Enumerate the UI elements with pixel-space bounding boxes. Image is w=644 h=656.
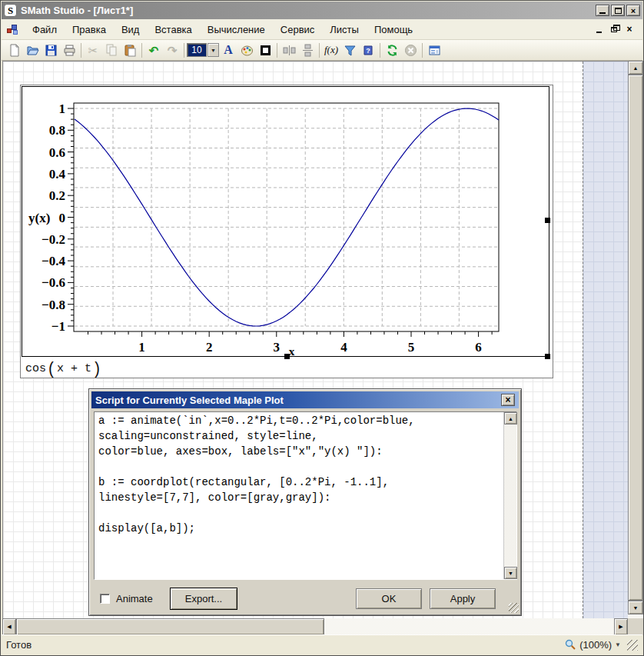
child-restore-icon — [611, 27, 617, 32]
child-minimize-icon — [596, 32, 602, 33]
close-button[interactable]: × — [626, 5, 640, 16]
scroll-up-button[interactable]: ▲ — [504, 412, 517, 425]
child-close-icon: × — [626, 25, 632, 33]
menu-edit[interactable]: Правка — [65, 21, 114, 38]
scroll-right-button[interactable]: ▶ — [614, 618, 628, 635]
menu-tools[interactable]: Сервис — [273, 21, 323, 38]
menu-help[interactable]: Помощь — [367, 21, 420, 38]
palette-icon — [241, 44, 254, 57]
svg-text:x: x — [289, 345, 295, 356]
save-button[interactable] — [41, 42, 60, 59]
app-window: S SMath Studio - [Лист1*] × Файл Правка … — [0, 0, 644, 656]
align-horizontal-button[interactable] — [280, 42, 298, 59]
child-minimize-button[interactable] — [593, 25, 604, 35]
zoom-dropdown-icon[interactable]: ▼ — [615, 641, 621, 648]
script-line — [98, 507, 500, 522]
minimize-button[interactable] — [596, 5, 609, 16]
recalculate-button[interactable] — [383, 42, 401, 59]
redo-arrow-icon: ↷ — [168, 45, 178, 56]
insert-function-button[interactable]: f(x) — [322, 42, 340, 59]
menu-insert[interactable]: Вставка — [147, 21, 199, 38]
arrow-up-icon: ▲ — [508, 416, 513, 421]
apply-button[interactable]: Apply — [430, 588, 496, 609]
undo-button[interactable]: ↶ — [144, 42, 163, 59]
minimize-icon — [599, 12, 606, 14]
redo-button[interactable]: ↷ — [163, 42, 181, 59]
border-button[interactable] — [256, 42, 274, 59]
document-icon — [6, 23, 18, 35]
save-floppy-icon — [45, 44, 58, 57]
horizontal-scrollbar[interactable]: ◀ ▶ — [2, 618, 628, 635]
child-close-button[interactable]: × — [624, 25, 635, 35]
reference-book-button[interactable]: ? — [359, 42, 377, 59]
dialog-close-button[interactable]: × — [501, 394, 515, 406]
new-document-icon — [8, 44, 21, 57]
worksheet-canvas[interactable]: 12345610.80.60.40.20−0.2−0.4−0.6−0.8−1xy… — [2, 61, 628, 618]
vertical-scrollbar[interactable]: ▲ ▼ — [628, 61, 643, 618]
refresh-icon — [386, 44, 399, 57]
filter-funnel-icon — [344, 44, 357, 57]
arrow-right-icon: ▶ — [619, 624, 622, 630]
menu-file[interactable]: Файл — [25, 21, 65, 38]
svg-text:0: 0 — [59, 211, 66, 225]
script-scrollbar[interactable]: ▲ ▼ — [503, 412, 516, 579]
scroll-down-button[interactable]: ▼ — [504, 567, 517, 579]
copy-button[interactable] — [102, 42, 121, 59]
zoom-value: (100%) — [579, 639, 612, 651]
stop-button[interactable] — [401, 42, 420, 59]
color-palette-button[interactable] — [237, 42, 256, 59]
zoom-control[interactable]: (100%) ▼ — [565, 639, 621, 651]
filter-button[interactable] — [340, 42, 359, 59]
apply-button-label: Apply — [450, 593, 476, 604]
horizontal-scroll-thumb[interactable] — [16, 618, 324, 635]
script-line: color=blue, axes=box, labels=["x","y(x) … — [98, 445, 500, 461]
vertical-scroll-thumb[interactable] — [628, 75, 643, 601]
function-fx-icon: f(x) — [324, 44, 338, 56]
menu-calculation[interactable]: Вычисление — [200, 21, 273, 38]
window-resize-grip[interactable] — [627, 640, 638, 651]
align-vertical-button[interactable] — [298, 42, 317, 59]
formula-close-paren: ) — [92, 358, 101, 378]
copy-icon — [105, 44, 118, 57]
font-button[interactable]: A — [219, 42, 237, 59]
toolbar-separator — [277, 43, 277, 58]
close-icon: × — [631, 6, 636, 15]
options-panel-button[interactable] — [425, 42, 443, 59]
toolbar-separator — [184, 43, 184, 58]
menu-sheets[interactable]: Листы — [322, 21, 367, 38]
svg-text:1: 1 — [59, 102, 66, 116]
svg-text:2: 2 — [206, 340, 213, 355]
toolbar-separator — [380, 43, 380, 58]
plot-formula[interactable]: cos ( x + t ) — [21, 358, 553, 378]
child-restore-button[interactable] — [609, 25, 619, 35]
open-folder-icon — [26, 44, 39, 57]
maple-plot-object[interactable]: 12345610.80.60.40.20−0.2−0.4−0.6−0.8−1xy… — [20, 85, 553, 378]
arrow-up-icon: ▲ — [633, 65, 639, 71]
dialog-title-bar[interactable]: Script for Currently Selected Maple Plot… — [91, 391, 519, 408]
svg-text:3: 3 — [274, 340, 281, 355]
font-size-combobox[interactable]: 10 — [187, 43, 207, 57]
svg-text:−0.8: −0.8 — [41, 298, 65, 312]
maximize-button[interactable] — [611, 5, 625, 16]
scroll-down-button[interactable]: ▼ — [628, 601, 643, 614]
new-button[interactable] — [5, 42, 23, 59]
dialog-resize-grip[interactable] — [509, 603, 519, 613]
export-button[interactable]: Export... — [170, 588, 237, 610]
svg-text:−0.4: −0.4 — [41, 254, 65, 268]
scroll-left-button[interactable]: ◀ — [2, 618, 16, 635]
font-size-dropdown-button[interactable]: ▼ — [207, 43, 219, 57]
menu-view[interactable]: Вид — [114, 21, 148, 38]
cut-button[interactable]: ✂ — [84, 42, 102, 59]
scroll-up-button[interactable]: ▲ — [628, 61, 643, 75]
script-editor[interactable]: a := animate(`in`,x=0..2*Pi,t=0..2*Pi,co… — [94, 411, 517, 580]
paste-button[interactable] — [121, 42, 139, 59]
svg-text:0.6: 0.6 — [49, 145, 65, 160]
open-button[interactable] — [23, 42, 41, 59]
animate-checkbox[interactable] — [100, 594, 110, 604]
ok-button[interactable]: OK — [356, 588, 422, 609]
print-button[interactable] — [60, 42, 78, 59]
toolbar-separator — [422, 43, 423, 58]
resize-handle-right[interactable] — [545, 218, 550, 223]
svg-text:−0.2: −0.2 — [41, 232, 65, 247]
script-text: a := animate(`in`,x=0..2*Pi,t=0..2*Pi,co… — [98, 415, 500, 577]
